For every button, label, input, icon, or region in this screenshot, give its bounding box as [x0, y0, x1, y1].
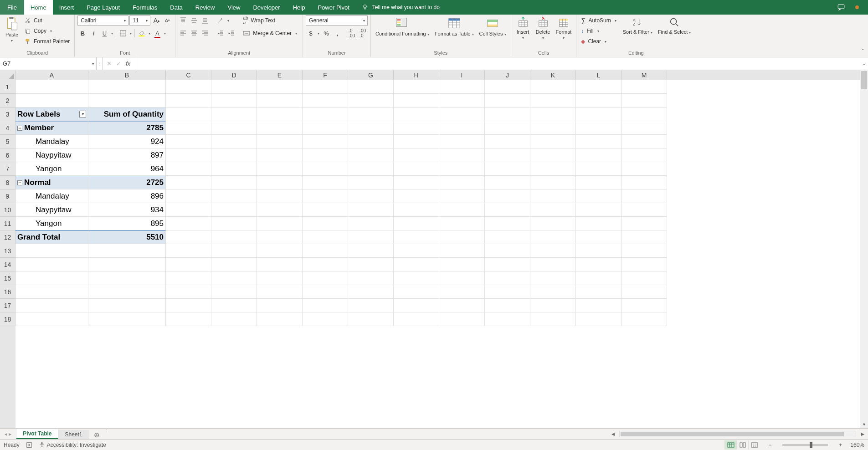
cell-C9[interactable]: [166, 189, 211, 203]
cell-C12[interactable]: [166, 230, 211, 244]
tab-page-layout[interactable]: Page Layout: [80, 0, 126, 15]
cell-K18[interactable]: [530, 312, 576, 326]
collapse-member[interactable]: −: [17, 126, 22, 131]
wrap-text-button[interactable]: ab↵ Wrap Text: [241, 15, 300, 26]
cell-L14[interactable]: [576, 258, 621, 271]
cell-D18[interactable]: [211, 312, 257, 326]
bold-button[interactable]: B: [77, 28, 87, 38]
horizontal-scrollbar[interactable]: ◀ ▶: [108, 429, 868, 439]
cell-A2[interactable]: [15, 94, 88, 107]
cell-I15[interactable]: [439, 271, 485, 285]
cell-B10[interactable]: 934: [88, 203, 166, 217]
cell-M9[interactable]: [621, 189, 667, 203]
column-header-G[interactable]: G: [348, 70, 394, 80]
cell-H17[interactable]: [394, 299, 439, 312]
row-header-13[interactable]: 13: [0, 244, 15, 258]
accounting-format-button[interactable]: $: [306, 28, 316, 38]
cell-E13[interactable]: [257, 244, 303, 258]
cell-A1[interactable]: [15, 80, 88, 94]
sheet-nav-buttons[interactable]: ◂ ▸: [0, 429, 16, 439]
decrease-indent-button[interactable]: [216, 28, 226, 38]
cell-L13[interactable]: [576, 244, 621, 258]
cell-D16[interactable]: [211, 285, 257, 299]
cell-B16[interactable]: [88, 285, 166, 299]
cell-D8[interactable]: [211, 176, 257, 189]
cell-E12[interactable]: [257, 230, 303, 244]
borders-button[interactable]: [118, 28, 128, 38]
cell-J15[interactable]: [485, 271, 530, 285]
cell-L2[interactable]: [576, 94, 621, 107]
zoom-slider[interactable]: [782, 444, 828, 446]
cell-J7[interactable]: [485, 162, 530, 176]
cell-B5[interactable]: 924: [88, 135, 166, 148]
align-top-button[interactable]: [178, 15, 188, 26]
cell-D2[interactable]: [211, 94, 257, 107]
cell-J18[interactable]: [485, 312, 530, 326]
cell-G11[interactable]: [348, 217, 394, 230]
cell-B3[interactable]: Sum of Quantity: [88, 107, 166, 121]
cell-L6[interactable]: [576, 148, 621, 162]
cell-M6[interactable]: [621, 148, 667, 162]
zoom-in-button[interactable]: +: [837, 442, 844, 448]
cell-H13[interactable]: [394, 244, 439, 258]
tell-me-search[interactable]: Tell me what you want to do: [356, 0, 445, 15]
fill-color-button[interactable]: [137, 28, 147, 38]
cancel-formula-button[interactable]: ✕: [107, 60, 112, 67]
cell-C17[interactable]: [166, 299, 211, 312]
cell-E11[interactable]: [257, 217, 303, 230]
cell-D17[interactable]: [211, 299, 257, 312]
cell-K14[interactable]: [530, 258, 576, 271]
cell-A18[interactable]: [15, 312, 88, 326]
scroll-down-button[interactable]: ▼: [860, 421, 868, 428]
page-layout-view-button[interactable]: [736, 440, 748, 450]
conditional-formatting-button[interactable]: Conditional Formatting ▾: [374, 15, 431, 38]
cell-G1[interactable]: [348, 80, 394, 94]
percent-format-button[interactable]: %: [321, 28, 331, 38]
row-header-18[interactable]: 18: [0, 312, 15, 326]
cell-M14[interactable]: [621, 258, 667, 271]
cell-A17[interactable]: [15, 299, 88, 312]
cell-B13[interactable]: [88, 244, 166, 258]
cell-E15[interactable]: [257, 271, 303, 285]
cell-I2[interactable]: [439, 94, 485, 107]
name-box[interactable]: ▾: [0, 57, 97, 70]
cell-B12[interactable]: 5510: [88, 230, 166, 244]
cell-E4[interactable]: [257, 121, 303, 135]
cell-F5[interactable]: [303, 135, 348, 148]
cell-H5[interactable]: [394, 135, 439, 148]
tab-insert[interactable]: Insert: [53, 0, 81, 15]
cell-M16[interactable]: [621, 285, 667, 299]
cell-F3[interactable]: [303, 107, 348, 121]
cell-J8[interactable]: [485, 176, 530, 189]
cell-F11[interactable]: [303, 217, 348, 230]
cell-C14[interactable]: [166, 258, 211, 271]
tab-scroll-splitter[interactable]: ⋮: [104, 429, 108, 439]
horizontal-scroll-track[interactable]: [619, 431, 856, 437]
tab-home[interactable]: Home: [24, 0, 53, 15]
decrease-decimal-button[interactable]: .00.0: [358, 28, 368, 38]
cell-I6[interactable]: [439, 148, 485, 162]
cell-M15[interactable]: [621, 271, 667, 285]
cell-H15[interactable]: [394, 271, 439, 285]
format-cells-button[interactable]: Format▾: [554, 15, 574, 41]
cell-E18[interactable]: [257, 312, 303, 326]
cell-B2[interactable]: [88, 94, 166, 107]
cell-A5[interactable]: Mandalay: [15, 135, 88, 148]
cell-J17[interactable]: [485, 299, 530, 312]
row-header-11[interactable]: 11: [0, 217, 15, 230]
cell-I5[interactable]: [439, 135, 485, 148]
column-header-C[interactable]: C: [166, 70, 211, 80]
cell-K4[interactable]: [530, 121, 576, 135]
cell-C1[interactable]: [166, 80, 211, 94]
cell-B15[interactable]: [88, 271, 166, 285]
cell-I10[interactable]: [439, 203, 485, 217]
column-header-F[interactable]: F: [303, 70, 348, 80]
cell-G2[interactable]: [348, 94, 394, 107]
cell-G9[interactable]: [348, 189, 394, 203]
cell-L5[interactable]: [576, 135, 621, 148]
column-header-A[interactable]: A: [15, 70, 88, 80]
align-middle-button[interactable]: [189, 15, 199, 26]
cell-G5[interactable]: [348, 135, 394, 148]
insert-function-button[interactable]: fx: [126, 60, 132, 67]
cell-F9[interactable]: [303, 189, 348, 203]
